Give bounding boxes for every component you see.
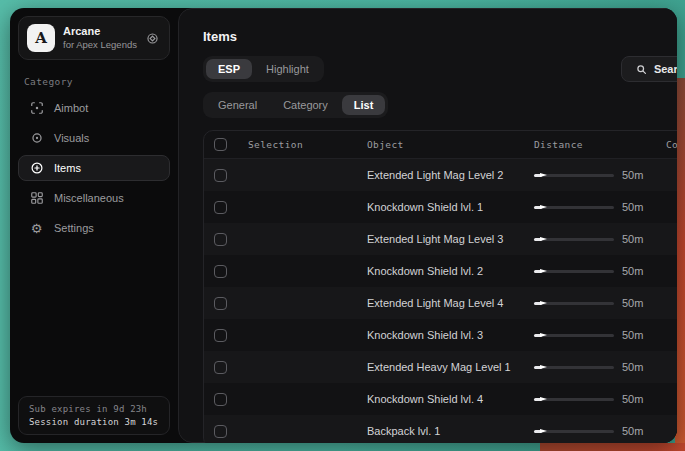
object-name: Extended Light Mag Level 4 bbox=[367, 297, 534, 309]
distance-value: 50m bbox=[622, 169, 666, 181]
category-section-label: Category bbox=[24, 76, 170, 87]
distance-value: 50m bbox=[622, 329, 666, 341]
settings-icon: ⚙ bbox=[29, 222, 44, 235]
distance-value: 50m bbox=[622, 393, 666, 405]
distance-slider[interactable] bbox=[534, 270, 614, 273]
aimbot-icon bbox=[29, 101, 44, 115]
row-checkbox[interactable] bbox=[214, 297, 227, 310]
sidebar-item-visuals[interactable]: Visuals bbox=[18, 125, 170, 151]
table-row: Knockdown Shield lvl. 4 50m bbox=[204, 383, 677, 415]
sidebar-item-label: Settings bbox=[54, 222, 94, 234]
object-name: Extended Light Mag Level 3 bbox=[367, 233, 534, 245]
sidebar-item-aimbot[interactable]: Aimbot bbox=[18, 95, 170, 121]
object-name: Knockdown Shield lvl. 2 bbox=[367, 265, 534, 277]
slider-handle[interactable] bbox=[540, 299, 550, 307]
target-badge-icon[interactable] bbox=[146, 32, 159, 45]
distance-value: 50m bbox=[622, 425, 666, 437]
distance-slider[interactable] bbox=[534, 206, 614, 209]
search-button[interactable]: Search bbox=[621, 56, 677, 82]
tab-esp[interactable]: ESP bbox=[206, 59, 252, 79]
select-all-checkbox[interactable] bbox=[214, 138, 227, 151]
sidebar-item-label: Aimbot bbox=[54, 102, 88, 114]
column-header-selection: Selection bbox=[248, 139, 367, 150]
table-header-row: Selection Object Distance Color bbox=[204, 131, 677, 159]
sidebar-nav: Aimbot Visuals bbox=[18, 95, 170, 241]
table-body: Extended Light Mag Level 2 50m Knockdown… bbox=[204, 159, 677, 443]
distance-slider[interactable] bbox=[534, 302, 614, 305]
table-row: Extended Light Mag Level 2 50m bbox=[204, 159, 677, 191]
main-panel: Items ESP Highlight Search General bbox=[178, 8, 677, 443]
distance-value: 50m bbox=[622, 361, 666, 373]
distance-slider[interactable] bbox=[534, 430, 614, 433]
distance-slider[interactable] bbox=[534, 398, 614, 401]
session-duration-text: Session duration 3m 14s bbox=[29, 417, 159, 427]
object-name: Backpack lvl. 1 bbox=[367, 425, 534, 437]
tab-list[interactable]: List bbox=[342, 95, 386, 115]
column-header-object: Object bbox=[367, 139, 534, 150]
items-table: Selection Object Distance Color Extended… bbox=[203, 130, 677, 443]
slider-handle[interactable] bbox=[540, 267, 550, 275]
distance-value: 50m bbox=[622, 265, 666, 277]
row-checkbox[interactable] bbox=[214, 265, 227, 278]
slider-handle[interactable] bbox=[540, 203, 550, 211]
background-red-strip-bottom bbox=[540, 443, 685, 451]
slider-handle[interactable] bbox=[540, 395, 550, 403]
slider-handle[interactable] bbox=[540, 427, 550, 435]
object-name: Knockdown Shield lvl. 3 bbox=[367, 329, 534, 341]
row-checkbox[interactable] bbox=[214, 393, 227, 406]
sidebar-item-label: Items bbox=[54, 162, 81, 174]
distance-value: 50m bbox=[622, 233, 666, 245]
slider-handle[interactable] bbox=[540, 235, 550, 243]
visuals-icon bbox=[29, 131, 44, 145]
sidebar-item-label: Visuals bbox=[54, 132, 89, 144]
table-row: Extended Light Mag Level 4 50m bbox=[204, 287, 677, 319]
table-row: Knockdown Shield lvl. 2 50m bbox=[204, 255, 677, 287]
app-logo: A bbox=[27, 24, 55, 52]
tab-general[interactable]: General bbox=[206, 95, 269, 115]
object-name: Extended Light Mag Level 2 bbox=[367, 169, 534, 181]
tab-highlight[interactable]: Highlight bbox=[254, 59, 321, 79]
slider-handle[interactable] bbox=[540, 331, 550, 339]
desktop-background: A Arcane for Apex Legends Category bbox=[0, 0, 685, 451]
column-header-color: Color bbox=[666, 139, 677, 150]
tab-category[interactable]: Category bbox=[271, 95, 340, 115]
table-row: Extended Light Mag Level 3 50m bbox=[204, 223, 677, 255]
row-checkbox[interactable] bbox=[214, 169, 227, 182]
view-tabs: General Category List bbox=[203, 92, 388, 118]
slider-handle[interactable] bbox=[540, 171, 550, 179]
row-checkbox[interactable] bbox=[214, 425, 227, 438]
search-button-label: Search bbox=[654, 63, 677, 75]
table-row: Knockdown Shield lvl. 1 50m bbox=[204, 191, 677, 223]
object-name: Knockdown Shield lvl. 1 bbox=[367, 201, 534, 213]
app-header-text: Arcane for Apex Legends bbox=[63, 25, 138, 51]
page-title: Items bbox=[203, 29, 677, 44]
table-row: Extended Heavy Mag Level 1 50m bbox=[204, 351, 677, 383]
distance-slider[interactable] bbox=[534, 238, 614, 241]
table-row: Backpack lvl. 1 50m bbox=[204, 415, 677, 443]
sidebar-item-label: Miscellaneous bbox=[54, 192, 124, 204]
sidebar-item-items[interactable]: Items bbox=[18, 155, 170, 181]
row-checkbox[interactable] bbox=[214, 201, 227, 214]
distance-value: 50m bbox=[622, 297, 666, 309]
app-header-card: A Arcane for Apex Legends bbox=[18, 16, 170, 60]
miscellaneous-icon bbox=[29, 191, 44, 205]
table-row: Knockdown Shield lvl. 3 50m bbox=[204, 319, 677, 351]
row-checkbox[interactable] bbox=[214, 329, 227, 342]
sub-expires-text: Sub expires in 9d 23h bbox=[29, 404, 159, 414]
row-checkbox[interactable] bbox=[214, 233, 227, 246]
slider-handle[interactable] bbox=[540, 363, 550, 371]
sidebar-item-miscellaneous[interactable]: Miscellaneous bbox=[18, 185, 170, 211]
sidebar-item-settings[interactable]: ⚙ Settings bbox=[18, 215, 170, 241]
search-icon bbox=[636, 64, 647, 75]
distance-slider[interactable] bbox=[534, 174, 614, 177]
app-subtitle: for Apex Legends bbox=[63, 39, 138, 51]
app-window: A Arcane for Apex Legends Category bbox=[10, 8, 677, 443]
subscription-card: Sub expires in 9d 23h Session duration 3… bbox=[18, 396, 170, 435]
distance-slider[interactable] bbox=[534, 366, 614, 369]
row-checkbox[interactable] bbox=[214, 361, 227, 374]
distance-value: 50m bbox=[622, 201, 666, 213]
object-name: Extended Heavy Mag Level 1 bbox=[367, 361, 534, 373]
sidebar: A Arcane for Apex Legends Category bbox=[10, 8, 178, 443]
column-header-distance: Distance bbox=[534, 139, 622, 150]
distance-slider[interactable] bbox=[534, 334, 614, 337]
